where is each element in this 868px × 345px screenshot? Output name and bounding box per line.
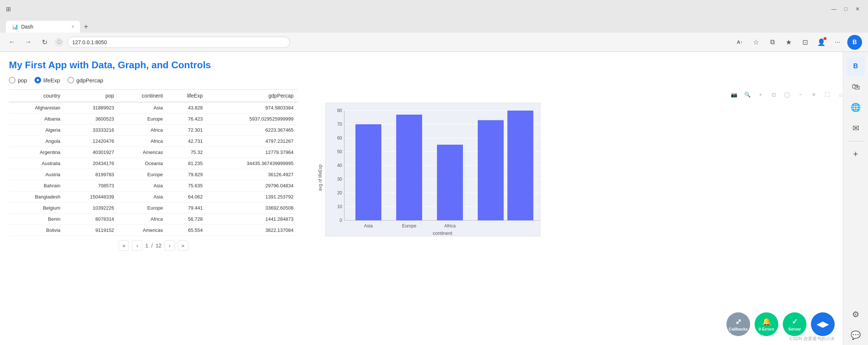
bing-button[interactable]: B [847, 35, 862, 50]
table-cell: Afghanistan [9, 102, 65, 114]
table-cell: 79.441 [167, 203, 207, 214]
table-row: Austria8199783Europe79.82936126.4927 [9, 169, 298, 180]
bing-shopping-button[interactable]: 🛍 [846, 77, 865, 96]
table-cell: Belgium [9, 203, 65, 214]
bar-chart-svg: 80 70 60 50 40 30 20 10 0 [325, 103, 540, 236]
page-title: My First App with Data, Graph, and Contr… [9, 59, 859, 71]
tab-close-button[interactable]: × [72, 24, 74, 29]
chart-zoom-button[interactable]: 🔍 [742, 89, 752, 100]
server-label: Server [788, 327, 801, 331]
active-tab[interactable]: 📊 Dash × [6, 21, 80, 33]
favorites-button[interactable]: ★ [782, 36, 795, 49]
main-layout: country pop continent lifeExp gdpPercap … [9, 89, 859, 334]
chart-autoscale-button[interactable]: ⛶ [822, 89, 832, 100]
radio-gdppercap-circle[interactable] [67, 77, 74, 83]
svg-text:20: 20 [337, 190, 342, 196]
minimize-button[interactable]: — [829, 4, 838, 13]
table-cell: 56.728 [167, 214, 207, 225]
bookmark-button[interactable]: ☆ [749, 36, 763, 49]
table-cell: 75.32 [167, 147, 207, 158]
table-cell: Bahrain [9, 180, 65, 191]
table-row: Bolivia9119152Americas65.5543822.137084 [9, 225, 298, 236]
address-input[interactable] [67, 37, 290, 48]
sidebar-divider [848, 141, 863, 141]
svg-text:40: 40 [337, 163, 342, 168]
close-button[interactable]: ✕ [853, 4, 862, 13]
chart-zoomin-button[interactable]: ✕ [809, 89, 819, 100]
table-cell: Asia [119, 180, 168, 191]
table-cell: Angola [9, 136, 65, 147]
bing-add-button[interactable]: + [846, 144, 865, 164]
col-continent: continent [119, 90, 168, 102]
nav-icon: ◀▶ [816, 319, 829, 329]
collections-button[interactable]: ⊡ [798, 36, 812, 49]
radio-lifeexp-circle[interactable] [34, 77, 41, 83]
table-cell: 5937.029525999999 [207, 114, 298, 125]
info-button[interactable]: ⓘ [55, 38, 63, 46]
chart-lasso-button[interactable]: ◯ [782, 89, 792, 100]
radio-pop-circle[interactable] [9, 77, 16, 83]
nav-button[interactable]: ◀▶ [811, 312, 835, 336]
bing-copilot-button[interactable]: 🌐 [846, 98, 865, 117]
new-tab-button[interactable]: + [80, 21, 92, 33]
next-page-button[interactable]: › [165, 240, 175, 251]
table-cell: 29796.04834 [207, 180, 298, 191]
table-cell: 4797.231267 [207, 136, 298, 147]
first-page-button[interactable]: « [119, 240, 129, 251]
table-cell: 42.731 [167, 136, 207, 147]
svg-text:Asia: Asia [364, 223, 373, 229]
radio-pop-label: pop [18, 77, 27, 83]
table-row: Afghanistan31889923Asia43.828974.5803384 [9, 102, 298, 114]
table-cell: 708573 [65, 180, 119, 191]
svg-text:70: 70 [337, 122, 342, 127]
radio-gdppercap[interactable]: gdpPercap [67, 77, 103, 83]
errors-button[interactable]: 🔔 0 Errors [755, 312, 778, 336]
col-lifeexp: lifeExp [167, 90, 207, 102]
radio-lifeexp-label: lifeExp [43, 77, 60, 83]
table-cell: 1441.284873 [207, 214, 298, 225]
refresh-button[interactable]: ↻ [39, 36, 50, 48]
forward-button[interactable]: → [22, 36, 34, 48]
table-cell: Australia [9, 158, 65, 169]
chart-plus-button[interactable]: + [755, 89, 766, 100]
maximize-button[interactable]: □ [841, 4, 850, 13]
chart-zoomout-button[interactable]: − [795, 89, 806, 100]
profile-button[interactable]: 👤 [815, 36, 828, 49]
more-button[interactable]: ··· [831, 36, 844, 49]
split-screen-button[interactable]: ⧉ [766, 36, 779, 49]
svg-text:continent: continent [433, 230, 453, 236]
table-cell: 64.062 [167, 191, 207, 203]
bing-settings-button[interactable]: ⚙ [846, 305, 865, 324]
bing-search-button[interactable]: B [846, 56, 865, 76]
table-cell: Americas [119, 147, 168, 158]
col-country: country [9, 90, 65, 102]
last-page-button[interactable]: » [178, 240, 188, 251]
table-cell: 33333216 [65, 125, 119, 136]
table-cell: 9119152 [65, 225, 119, 236]
chart-camera-button[interactable]: 📷 [729, 89, 739, 100]
table-cell: 36126.4927 [207, 169, 298, 180]
chart-select-button[interactable]: ⊡ [769, 89, 779, 100]
callbacks-button[interactable]: ⤢ Callbacks [726, 312, 750, 336]
table-cell: 974.5803384 [207, 102, 298, 114]
radio-pop[interactable]: pop [9, 77, 27, 83]
prev-page-button[interactable]: ‹ [132, 240, 142, 251]
table-cell: 34435.367439999995 [207, 158, 298, 169]
radio-lifeexp[interactable]: lifeExp [34, 77, 60, 83]
table-cell: Europe [119, 114, 168, 125]
bing-feedback-button[interactable]: 💬 [846, 326, 865, 345]
bar-americas [478, 120, 504, 220]
server-button[interactable]: ✓ Server [783, 312, 806, 336]
watermark: CSDN @爱看书的小沐 [789, 336, 835, 342]
callbacks-icon: ⤢ [735, 317, 742, 326]
table-cell: 43.828 [167, 102, 207, 114]
table-cell: Oceania [119, 158, 168, 169]
table-row: Benin8078314Africa56.7281441.284873 [9, 214, 298, 225]
table-cell: Austria [9, 169, 65, 180]
table-cell: Africa [119, 125, 168, 136]
bing-compose-button[interactable]: ✉ [846, 119, 865, 138]
table-row: Bangladesh150448339Asia64.0621391.253792 [9, 191, 298, 203]
back-button[interactable]: ← [6, 36, 18, 48]
chart-section: 📷 🔍 + ⊡ ◯ − ✕ ⛶ ⌂ 📊 avg of lifeExp [307, 89, 859, 334]
read-aloud-button[interactable]: A↑ [733, 36, 746, 49]
